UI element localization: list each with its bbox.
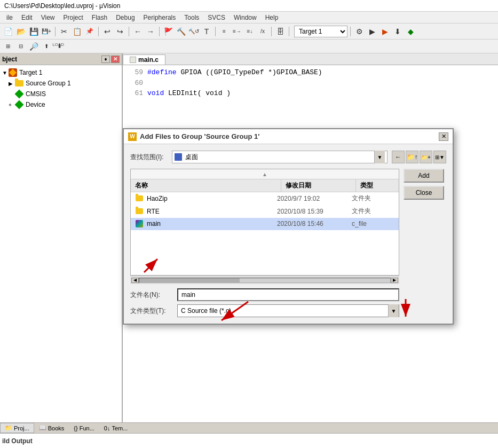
col-name-header[interactable]: 名称	[131, 179, 281, 192]
file-list-header: 名称 修改日期 类型	[131, 179, 399, 192]
h-scroll-left[interactable]: ◀	[131, 278, 139, 283]
filetype-arrow[interactable]: ▼	[388, 304, 399, 317]
modal-overlay: W Add Files to Group 'Source Group 1' ✕ …	[0, 0, 498, 448]
nav-view-icon[interactable]: ⊞▼	[433, 151, 446, 163]
look-in-arrow[interactable]: ▼	[374, 151, 385, 163]
file-list-left: ▲ 名称 修改日期 类型	[130, 169, 399, 317]
h-scroll-right[interactable]: ▶	[391, 278, 398, 283]
look-in-row: 查找范围(I): 桌面 ▼ ← 📁↑ 📁+ ⊞▼	[130, 151, 446, 163]
main-name: main	[147, 220, 277, 227]
rte-icon	[135, 207, 144, 216]
filetype-row: 文件类型(T): C Source file (*.c) ▼	[130, 304, 399, 317]
file-list: HaoZip 2020/9/7 19:02 文件夹 RTE 2020/10/	[131, 192, 399, 230]
filetype-value: C Source file (*.c)	[178, 307, 388, 315]
modal-buttons: Add Close	[404, 169, 446, 317]
file-item-rte[interactable]: RTE 2020/10/8 15:39 文件夹	[131, 205, 399, 218]
look-in-toolbar: ← 📁↑ 📁+ ⊞▼	[392, 151, 446, 163]
look-in-select[interactable]: 桌面 ▼	[172, 151, 388, 163]
filename-label: 文件名(N):	[130, 290, 173, 300]
rte-date: 2020/10/8 15:39	[277, 208, 352, 215]
nav-back-icon[interactable]: ←	[392, 151, 405, 163]
col-date-header[interactable]: 修改日期	[281, 179, 356, 192]
rte-type: 文件夹	[352, 207, 394, 216]
desktop-icon	[175, 153, 182, 161]
haozip-icon	[135, 194, 144, 203]
filetype-select[interactable]: C Source file (*.c) ▼	[177, 304, 399, 317]
file-list-container: ▲ 名称 修改日期 类型	[130, 169, 399, 276]
filename-row: 文件名(N):	[130, 288, 399, 301]
file-item-haozip[interactable]: HaoZip 2020/9/7 19:02 文件夹	[131, 192, 399, 205]
add-button[interactable]: Add	[404, 169, 444, 183]
modal-title-bar: W Add Files to Group 'Source Group 1' ✕	[124, 129, 453, 144]
col-type-header[interactable]: 类型	[356, 179, 399, 192]
main-date: 2020/10/8 15:46	[277, 220, 352, 227]
h-scrollbar[interactable]: ◀ ▶	[130, 276, 399, 284]
nav-folder-up-icon[interactable]: 📁↑	[406, 151, 418, 163]
file-item-main[interactable]: main 2020/10/8 15:46 c_file	[131, 218, 399, 230]
nav-new-folder-icon[interactable]: 📁+	[420, 151, 432, 163]
filetype-label: 文件类型(T):	[130, 306, 173, 316]
look-in-label: 查找范围(I):	[130, 153, 168, 162]
sort-arrow: ▲	[262, 171, 267, 177]
filename-input[interactable]	[177, 288, 399, 301]
add-files-dialog: W Add Files to Group 'Source Group 1' ✕ …	[123, 128, 454, 325]
main-c-icon	[135, 219, 144, 228]
rte-name: RTE	[147, 208, 277, 215]
modal-title-icon: W	[128, 132, 137, 141]
modal-body: 查找范围(I): 桌面 ▼ ← 📁↑ 📁+ ⊞▼	[124, 144, 453, 324]
h-scroll-track	[139, 278, 391, 283]
modal-close-button[interactable]: Close	[404, 186, 444, 200]
haozip-type: 文件夹	[352, 194, 394, 203]
modal-title-text: Add Files to Group 'Source Group 1'	[140, 132, 439, 140]
look-in-value: 桌面	[185, 153, 198, 162]
file-list-area: ▲ 名称 修改日期 类型	[130, 169, 446, 317]
modal-close-btn[interactable]: ✕	[439, 132, 448, 141]
haozip-date: 2020/9/7 19:02	[277, 195, 352, 202]
haozip-name: HaoZip	[147, 195, 277, 202]
h-scroll-thumb	[139, 278, 240, 282]
main-type: c_file	[352, 220, 394, 227]
